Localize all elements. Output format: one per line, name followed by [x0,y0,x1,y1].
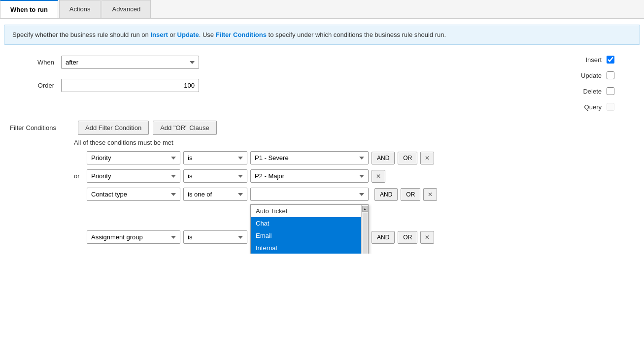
condition-or-button-4[interactable]: OR [398,231,417,244]
contact-type-item-email[interactable]: Email [251,229,361,242]
condition-remove-button-4[interactable]: ✕ [420,231,434,244]
contact-type-dropdown-wrapper: Auto Ticket Chat Email Internal Phone ▲ … [250,188,369,201]
query-checkbox[interactable] [607,103,614,111]
banner-text-middle: or [168,31,177,38]
condition-row-3: Contact type Priority Assignment group i… [74,188,634,201]
conditions-must-be-met-label: All of these conditions must be met [74,139,634,146]
condition-value-1[interactable]: P1 - Severe P2 - Major P3 - Minor [250,151,369,164]
condition-field-1[interactable]: Priority Contact type Assignment group [87,151,180,164]
dropdown-scrollbar[interactable]: ▲ ▼ [361,205,368,254]
tab-actions[interactable]: Actions [59,0,101,18]
contact-type-list: Auto Ticket Chat Email Internal Phone [251,205,361,254]
condition-remove-button-1[interactable]: ✕ [420,152,434,164]
or-label-2: or [74,172,84,180]
condition-field-3[interactable]: Contact type Priority Assignment group [87,188,180,201]
info-banner: Specify whether the business rule should… [4,25,640,45]
when-label: When [10,59,54,66]
scroll-up-btn[interactable]: ▲ [362,206,368,212]
tabs-bar: When to run Actions Advanced [0,0,644,19]
add-filter-condition-button[interactable]: Add Filter Condition [78,121,149,135]
update-checkbox-row: Update [572,71,614,79]
checkboxes-panel: Insert Update Delete Query [572,56,634,111]
banner-text-after: . Use [199,31,216,38]
tab-when-to-run[interactable]: When to run [0,0,58,18]
insert-checkbox-row: Insert [572,56,614,64]
condition-value-2[interactable]: P2 - Major P1 - Severe P3 - Minor [250,169,369,183]
dropdown-popup-inner: Auto Ticket Chat Email Internal Phone ▲ … [251,205,368,254]
query-label: Query [572,103,602,111]
when-select[interactable]: after before async [61,56,199,69]
condition-and-button-4[interactable]: AND [372,231,395,244]
condition-or-button-3[interactable]: OR [401,188,420,201]
condition-or-button-1[interactable]: OR [398,152,417,164]
query-checkbox-row: Query [572,103,614,111]
update-label: Update [572,72,602,79]
condition-field-2[interactable]: Priority Contact type Assignment group [87,169,180,183]
condition-operator-3[interactable]: is one of is is not [183,188,247,201]
condition-remove-button-3[interactable]: ✕ [423,188,437,201]
filter-conditions-label: Filter Conditions [10,124,74,131]
when-row: When after before async [10,56,572,69]
filter-conditions-section: Filter Conditions Add Filter Condition A… [10,121,634,244]
insert-label: Insert [572,56,602,64]
condition-value-3-select[interactable] [250,188,369,201]
condition-operator-4[interactable]: is is not is one of [183,230,247,244]
filter-conditions-link[interactable]: Filter Conditions [216,31,267,38]
main-content: When after before async Order Insert Upd… [0,51,644,254]
condition-row-1: Priority Contact type Assignment group i… [74,151,634,164]
condition-and-button-3[interactable]: AND [374,188,398,201]
contact-type-item-auto-ticket[interactable]: Auto Ticket [251,205,361,217]
insert-checkbox[interactable] [607,56,614,64]
condition-operator-1[interactable]: is is not is one of [183,151,247,164]
delete-checkbox[interactable] [607,87,614,95]
update-checkbox[interactable] [607,71,614,79]
update-link[interactable]: Update [177,31,199,38]
insert-link[interactable]: Insert [150,31,168,38]
filter-header-row: Filter Conditions Add Filter Condition A… [10,121,634,135]
delete-label: Delete [572,88,602,95]
condition-and-button-1[interactable]: AND [372,152,395,164]
banner-text-end: to specify under which conditions the bu… [267,31,446,38]
condition-row-2: or Priority Contact type Assignment grou… [74,169,634,183]
order-label: Order [10,82,54,89]
order-input[interactable] [61,79,199,92]
contact-type-dropdown-popup: Auto Ticket Chat Email Internal Phone ▲ … [250,204,369,254]
delete-checkbox-row: Delete [572,87,614,95]
contact-type-item-internal[interactable]: Internal [251,242,361,254]
banner-text-before: Specify whether the business rule should… [12,31,150,38]
order-row: Order [10,79,572,92]
condition-remove-button-2[interactable]: ✕ [372,170,385,183]
add-or-clause-button[interactable]: Add "OR" Clause [153,121,217,135]
tab-advanced[interactable]: Advanced [102,0,151,18]
contact-type-item-chat[interactable]: Chat [251,217,361,229]
condition-operator-2[interactable]: is is not is one of [183,169,247,183]
condition-field-4[interactable]: Assignment group Priority Contact type [87,230,180,244]
scroll-track [363,213,368,254]
